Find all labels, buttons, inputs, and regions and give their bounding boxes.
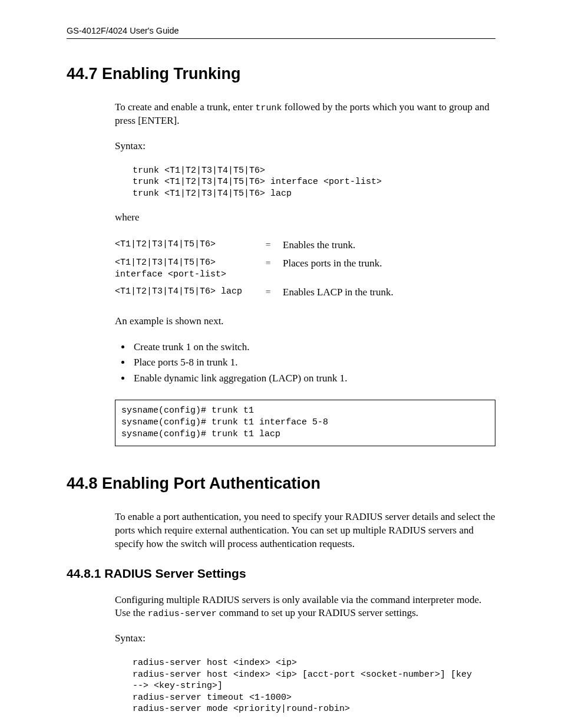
- section-448-intro: To enable a port authentication, you nee…: [115, 510, 495, 551]
- syntax-block-447: trunk <T1|T2|T3|T4|T5|T6> trunk <T1|T2|T…: [115, 165, 495, 200]
- def-term: <T1|T2|T3|T4|T5|T6> lacp: [115, 284, 259, 302]
- section-447-intro: To create and enable a trunk, enter trun…: [115, 101, 495, 128]
- def-desc: Enables the trunk.: [283, 236, 399, 255]
- syntax-label: Syntax:: [115, 140, 495, 153]
- section-4481-intro: Configuring multiple RADIUS servers is o…: [115, 594, 495, 621]
- def-desc: Enables LACP in the trunk.: [283, 284, 399, 302]
- def-eq: =: [259, 236, 283, 255]
- section-448-heading: 44.8 Enabling Port Authentication: [67, 475, 495, 493]
- page-header: GS-4012F/4024 User's Guide: [67, 26, 495, 39]
- text-segment: To create and enable a trunk, enter: [115, 101, 256, 113]
- list-item: Place ports 5-8 in trunk 1.: [131, 355, 495, 370]
- example-code-box: sysname(config)# trunk t1 sysname(config…: [115, 400, 495, 446]
- def-eq: =: [259, 255, 283, 284]
- def-term: <T1|T2|T3|T4|T5|T6> interface <port-list…: [115, 255, 259, 284]
- list-item: Enable dynamic link aggregation (LACP) o…: [131, 371, 495, 386]
- inline-code: trunk: [256, 103, 282, 113]
- table-row: <T1|T2|T3|T4|T5|T6> interface <port-list…: [115, 255, 399, 284]
- definition-table: <T1|T2|T3|T4|T5|T6> = Enables the trunk.…: [115, 236, 399, 301]
- text-segment: command to set up your RADIUS server set…: [217, 607, 418, 618]
- def-term: <T1|T2|T3|T4|T5|T6>: [115, 236, 259, 255]
- def-eq: =: [259, 284, 283, 302]
- where-label: where: [115, 211, 495, 225]
- example-intro: An example is shown next.: [115, 315, 495, 328]
- list-item: Create trunk 1 on the switch.: [131, 340, 495, 354]
- table-row: <T1|T2|T3|T4|T5|T6> lacp = Enables LACP …: [115, 284, 399, 302]
- section-4481-heading: 44.8.1 RADIUS Server Settings: [67, 566, 495, 581]
- table-row: <T1|T2|T3|T4|T5|T6> = Enables the trunk.: [115, 236, 399, 255]
- inline-code: radius-server: [148, 609, 217, 619]
- example-bullets: Create trunk 1 on the switch. Place port…: [131, 340, 495, 386]
- section-447-heading: 44.7 Enabling Trunking: [67, 65, 495, 83]
- def-desc: Places ports in the trunk.: [283, 255, 399, 284]
- syntax-block-448: radius-server host <index> <ip> radius-s…: [115, 657, 495, 715]
- syntax-label: Syntax:: [115, 632, 495, 645]
